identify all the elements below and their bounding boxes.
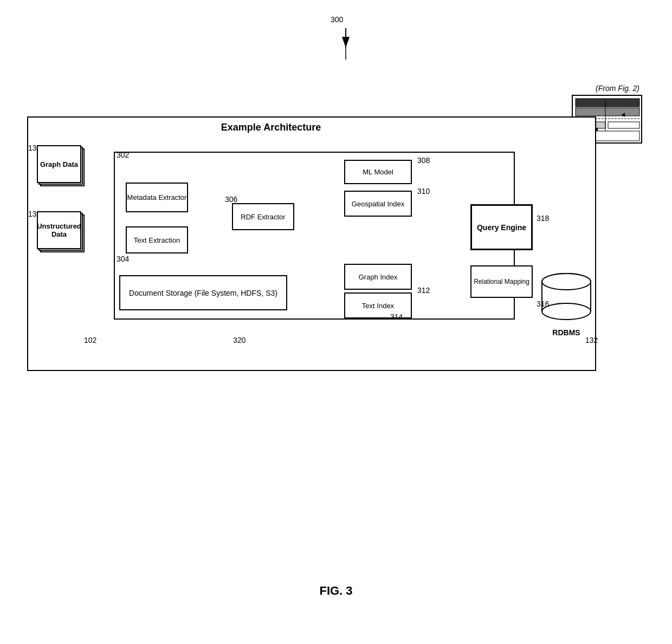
document-storage-label: Document Storage (File System, HDFS, S3)	[129, 289, 277, 297]
document-storage-box: Document Storage (File System, HDFS, S3)	[119, 275, 287, 310]
ref-320: 320	[233, 336, 245, 344]
svg-point-36	[542, 274, 591, 290]
fig-caption: FIG. 3	[0, 584, 672, 598]
ref-314: 314	[390, 313, 403, 321]
svg-rect-22	[576, 99, 639, 107]
svg-point-35	[542, 303, 591, 320]
ref-132-rdbms: 132	[585, 336, 598, 344]
main-title: Example Architecture	[163, 122, 379, 133]
ml-model-label: ML Model	[363, 168, 393, 176]
ml-model-box: ML Model	[344, 160, 412, 184]
ref-302: 302	[117, 151, 129, 159]
ref-306: 306	[225, 195, 237, 204]
query-engine-label: Query Engine	[477, 223, 526, 232]
rdf-extractor-label: RDF Extractor	[241, 213, 285, 221]
metadata-extractor-box: Metadata Extractor	[126, 183, 188, 212]
text-extraction-box: Text Extraction	[126, 226, 188, 253]
metadata-extractor-label: Metadata Extractor	[127, 193, 187, 201]
svg-rect-23	[576, 108, 639, 116]
text-extraction-label: Text Extraction	[134, 236, 180, 244]
page-container: 300 (From Fig. 2) Example Architecture G…	[0, 0, 672, 644]
text-index-label: Text Index	[362, 302, 394, 310]
geospatial-index-box: Geospatial Index	[344, 191, 412, 217]
ref-310: 310	[417, 187, 430, 196]
geospatial-index-label: Geospatial Index	[352, 200, 405, 208]
relational-mapping-label: Relational Mapping	[474, 278, 529, 285]
ref-318: 318	[537, 214, 549, 223]
ref-304: 304	[117, 255, 129, 263]
ref-308: 308	[417, 156, 430, 165]
graph-data-label: Graph Data	[40, 160, 78, 168]
ref-102: 102	[84, 336, 96, 344]
graph-index-label: Graph Index	[359, 273, 398, 281]
ref-300: 300	[331, 15, 343, 24]
graph-index-box: Graph Index	[344, 264, 412, 290]
ref-316: 316	[537, 300, 549, 308]
from-fig2-label: (From Fig. 2)	[596, 84, 639, 93]
svg-rect-26	[608, 122, 639, 128]
relational-mapping-box: Relational Mapping	[470, 265, 533, 298]
rdbms-cylinder-svg	[539, 271, 593, 325]
query-engine-box: Query Engine	[470, 204, 533, 250]
unstructured-data-label: Unstructured Data	[37, 222, 81, 238]
ref-312: 312	[417, 286, 430, 295]
rdf-extractor-box: RDF Extractor	[232, 203, 294, 230]
